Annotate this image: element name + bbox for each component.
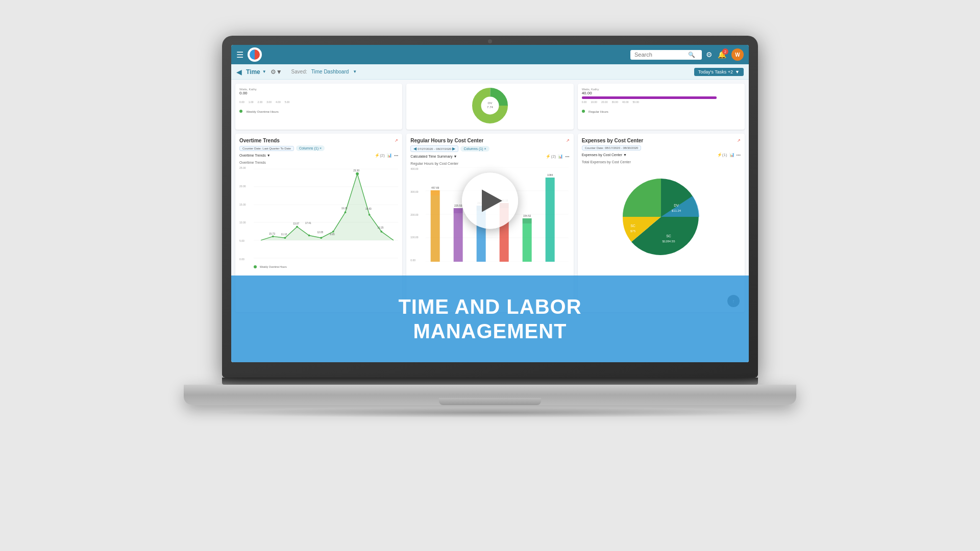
svg-text:23.30: 23.30: [353, 169, 359, 172]
legend-dot-1: [239, 110, 242, 113]
svg-text:7.74: 7.74: [487, 105, 493, 109]
weekly-overtime-card: Watts, Kathy 0.00 0.00 1.00 2.00 3.00: [235, 84, 402, 130]
expenses-date-label: Counter Date:: [585, 146, 604, 149]
svg-text:$75: $75: [630, 230, 636, 233]
expenses-sub-header: Expenses by Cost Center ▼ ⚡(1) 📊 •••: [582, 153, 741, 157]
svg-text:OV: OV: [488, 101, 493, 105]
svg-text:13.07: 13.07: [293, 222, 299, 225]
overtime-columns-chip[interactable]: Columns (1) ×: [296, 145, 325, 151]
expenses-card: Expenses by Cost Center ↗ Counter Date: …: [578, 134, 745, 312]
regular-axis: 0.00 10.00 20.00 30.00 40.00 50.00: [582, 101, 741, 104]
overtime-line-svg: 15.73 11.12 13.07 17.41 12.05 9.95 13.25…: [254, 166, 398, 261]
date-prev-arrow[interactable]: ◀: [413, 146, 416, 151]
svg-rect-48: [523, 218, 532, 223]
overtime-date-value: Last Quarter To Date: [262, 147, 291, 150]
legend-dot-3: [582, 110, 585, 113]
overtime-legend-text: Weekly Overtime Hours: [260, 265, 287, 268]
time-tab[interactable]: Time ▼: [246, 68, 266, 76]
axis-3: 3.00: [266, 101, 272, 104]
play-button[interactable]: [462, 173, 518, 229]
dashboard-dropdown-arrow[interactable]: ▼: [353, 69, 357, 74]
svg-rect-38: [454, 213, 463, 262]
legend-label-3: Regular Hours: [589, 110, 608, 113]
expenses-title: Expenses by Cost Center: [582, 138, 644, 143]
axis-4: 4.00: [276, 101, 281, 104]
svg-point-20: [272, 235, 274, 237]
camera-dot: [488, 39, 492, 43]
svg-text:$11.24: $11.24: [672, 209, 681, 212]
regular-hours-expand-icon[interactable]: ↗: [566, 138, 570, 143]
regular-date-chip[interactable]: ◀ 07/27/2020 - 08/27/2020 ▶: [410, 145, 458, 152]
regular-filter-icon[interactable]: ⚡(2): [546, 154, 556, 159]
notification-icon[interactable]: 🔔 2: [718, 51, 726, 59]
expenses-dropdown[interactable]: Expenses by Cost Center ▼: [582, 153, 627, 157]
regular-bar: [582, 96, 717, 99]
expenses-date-chip[interactable]: Counter Date: 08/17/2020 - 08/30/2020: [582, 145, 642, 151]
overtime-bar-row: [239, 96, 398, 99]
overtime-more-icon[interactable]: •••: [394, 153, 398, 158]
dashboard-name[interactable]: Time Dashboard: [311, 69, 349, 74]
nav-icons: ⚙ 🔔 2 W: [706, 48, 744, 61]
regular-filter-row: ◀ 07/27/2020 - 08/27/2020 ▶ Columns (1) …: [410, 145, 569, 152]
regular-chip-close[interactable]: ×: [484, 147, 486, 151]
legend-label-1: Weekly Overtime Hours: [246, 110, 278, 113]
regular-y-axis: 400.00 300.00 200.00 100.00 0.00: [410, 167, 418, 262]
regular-sub-arrow: ▼: [453, 155, 457, 158]
y-5: 5.00: [239, 239, 246, 242]
regular-chart-label: Regular Hours by Cost Center: [410, 162, 569, 165]
svg-rect-50: [546, 178, 555, 262]
hamburger-icon[interactable]: ☰: [236, 50, 243, 60]
regular-bar-row: [582, 96, 741, 99]
overtime-date-chip[interactable]: Counter Date: Last Quarter To Date: [239, 146, 294, 151]
date-next-arrow[interactable]: ▶: [452, 146, 455, 151]
expenses-header: Expenses by Cost Center ↗: [582, 138, 741, 143]
avatar[interactable]: W: [731, 48, 744, 61]
overtime-legend: Weekly Overtime Hours: [254, 265, 287, 268]
today-tasks-arrow: ▼: [735, 69, 740, 74]
expenses-filter-icon[interactable]: ⚡(1): [717, 153, 727, 157]
expenses-chart-icon[interactable]: 📊: [729, 153, 734, 157]
overtime-chart-icon[interactable]: 📊: [387, 153, 392, 158]
sub-settings-icon[interactable]: ⚙▼: [271, 68, 282, 76]
axis-2: 2.00: [257, 101, 262, 104]
regular-date-to: 08/27/2020: [436, 147, 451, 151]
svg-text:$1284.55: $1284.55: [663, 240, 676, 243]
overtime-card-title: Overtime Trends: [239, 138, 280, 143]
expenses-more-icon[interactable]: •••: [737, 153, 741, 157]
search-box[interactable]: 🔍: [630, 50, 702, 60]
svg-point-21: [284, 237, 286, 239]
svg-rect-35: [431, 195, 440, 262]
expenses-sub-title: Expenses by Cost Center: [582, 153, 622, 157]
overtime-dropdown[interactable]: Overtime Trends ▼: [239, 154, 271, 157]
regular-columns-chip[interactable]: Columns (1) ×: [460, 146, 489, 152]
overtime-trends-card: Overtime Trends ↗ Counter Date: Last Qua…: [235, 134, 402, 312]
today-tasks-button[interactable]: Today's Tasks +2 ▼: [694, 68, 744, 76]
expenses-expand-icon[interactable]: ↗: [737, 138, 741, 143]
time-tab-label: Time: [246, 68, 260, 76]
expenses-sub-arrow: ▼: [623, 153, 627, 157]
notification-badge: 2: [722, 48, 728, 55]
svg-text:1084: 1084: [547, 173, 553, 177]
regular-dropdown[interactable]: Calculated Time Summary ▼: [410, 155, 457, 158]
overtime-expand-icon[interactable]: ↗: [395, 138, 398, 143]
scroll-up-button[interactable]: ↑: [727, 295, 740, 307]
svg-text:SC: SC: [666, 234, 671, 238]
laptop-hinge: [222, 378, 758, 385]
overtime-y-axis: 25.00 20.00 15.00 10.00 5.00 0.00: [239, 166, 246, 261]
regular-hours-top-card: Watts, Kathy 40.00 0.00 10.00 20.00 30.0…: [578, 84, 745, 130]
overtime-date-label: Counter Date:: [242, 147, 261, 150]
y-25: 25.00: [239, 166, 246, 169]
regular-chart-icon[interactable]: 📊: [558, 154, 563, 159]
overtime-chart-area: 25.00 20.00 15.00 10.00 5.00 0.00: [239, 166, 398, 268]
svg-text:154.52: 154.52: [523, 214, 531, 217]
overtime-filter-icon[interactable]: ⚡(2): [375, 153, 385, 158]
overtime-sub-header: Overtime Trends ▼ ⚡(2) 📊 •••: [239, 153, 398, 158]
settings-icon[interactable]: ⚙: [706, 51, 713, 59]
back-button[interactable]: ◀: [236, 68, 242, 76]
donut-chart-card: OV 7.74: [406, 84, 573, 130]
search-input[interactable]: [634, 52, 685, 58]
y-0: 0.00: [239, 258, 246, 261]
regular-more-icon[interactable]: •••: [565, 154, 569, 159]
svg-point-27: [356, 172, 359, 176]
overtime-chip-close[interactable]: ×: [320, 146, 322, 150]
